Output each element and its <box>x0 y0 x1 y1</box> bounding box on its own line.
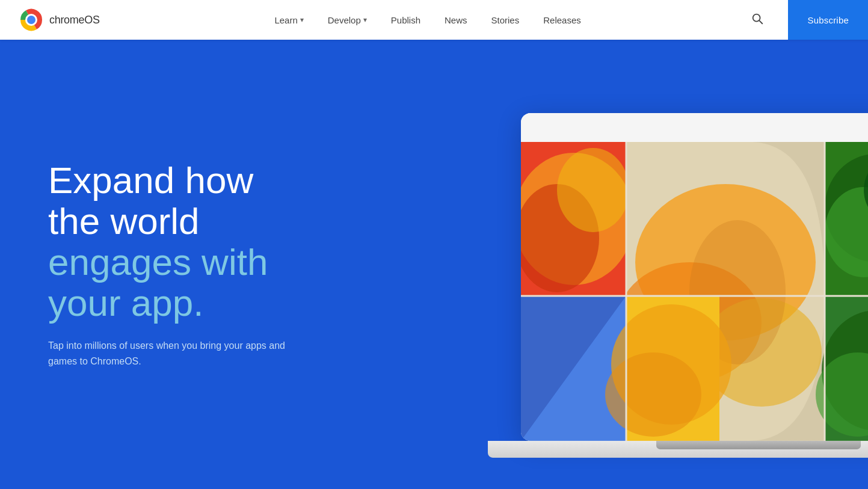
nav-learn[interactable]: Learn ▾ <box>262 0 315 40</box>
nav-develop[interactable]: Develop ▾ <box>316 0 379 40</box>
hero-headline-highlight: engages with your app. <box>48 242 325 324</box>
svg-point-2 <box>27 16 35 24</box>
laptop-base <box>488 440 869 457</box>
navbar-nav: Learn ▾ Develop ▾ Publish News Stories R… <box>119 0 737 40</box>
learn-dropdown-icon: ▾ <box>300 16 304 24</box>
hero-section: Expand how the world engages with your a… <box>0 0 868 489</box>
navbar-right: Subscribe <box>736 0 868 40</box>
svg-line-4 <box>760 20 763 23</box>
navbar: chromeOS Learn ▾ Develop ▾ Publish News … <box>0 0 868 40</box>
nav-publish[interactable]: Publish <box>379 0 432 40</box>
logo-link[interactable]: chromeOS <box>0 8 119 32</box>
window-content <box>521 141 869 440</box>
nav-releases[interactable]: Releases <box>531 0 593 40</box>
hero-text: Expand how the world engages with your a… <box>0 160 325 369</box>
hero-headline-line2: the world <box>48 201 325 242</box>
svg-point-26 <box>605 352 701 436</box>
hero-subtext: Tap into millions of users when you brin… <box>48 338 307 369</box>
subscribe-button[interactable]: Subscribe <box>788 0 868 40</box>
hero-headline-line1: Expand how <box>48 160 325 201</box>
chromeos-logo-icon <box>19 8 43 32</box>
laptop-hinge <box>656 440 861 449</box>
logo-text: chromeOS <box>49 14 100 26</box>
mosaic-artwork <box>521 141 869 440</box>
search-button[interactable] <box>736 12 778 28</box>
laptop-screen: — □ ✕ <box>521 112 869 440</box>
laptop-illustration: — □ ✕ <box>521 112 869 457</box>
svg-point-9 <box>557 147 629 232</box>
hero-illustration: — □ ✕ <box>325 40 868 489</box>
develop-dropdown-icon: ▾ <box>363 16 367 24</box>
search-icon <box>751 12 764 25</box>
nav-news[interactable]: News <box>432 0 479 40</box>
nav-stories[interactable]: Stories <box>479 0 532 40</box>
window-controls-bar: — □ ✕ <box>521 112 869 141</box>
